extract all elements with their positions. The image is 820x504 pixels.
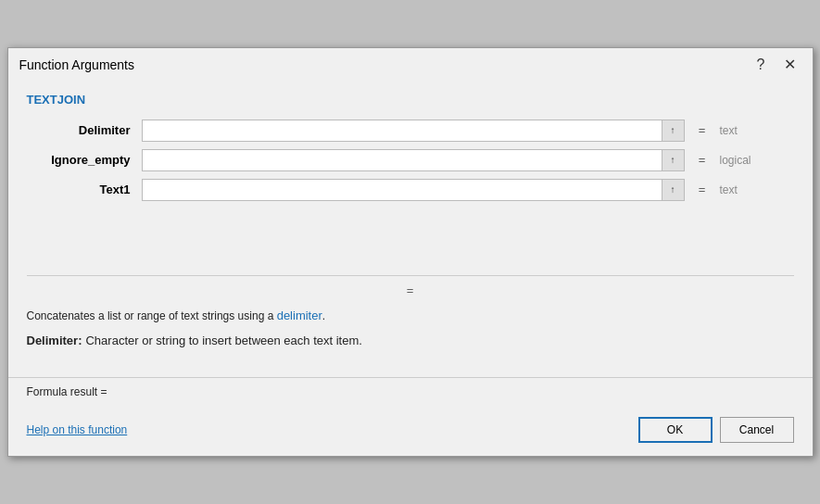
delimiter-input-wrap: ↑ <box>142 120 685 142</box>
title-bar: Function Arguments ? ✕ <box>8 48 813 80</box>
text1-equals: = <box>688 183 716 196</box>
cancel-button[interactable]: Cancel <box>720 417 794 443</box>
help-on-function-link[interactable]: Help on this function <box>27 423 128 436</box>
help-button[interactable]: ? <box>751 56 771 74</box>
text1-input[interactable] <box>143 180 662 200</box>
delimiter-input[interactable] <box>143 120 662 141</box>
text1-input-wrap: ↑ <box>142 179 685 201</box>
text1-result-type: text <box>720 183 794 196</box>
separator-1 <box>27 275 794 276</box>
delimiter-equals: = <box>688 123 716 137</box>
param-desc: Character or string to insert between ea… <box>85 334 361 347</box>
close-button[interactable]: ✕ <box>778 56 801 74</box>
delimiter-collapse-button[interactable]: ↑ <box>662 120 684 141</box>
function-arguments-dialog: Function Arguments ? ✕ TEXTJOIN Delimite… <box>7 47 814 458</box>
ignore-empty-result-type: logical <box>720 154 794 167</box>
ignore-empty-collapse-button[interactable]: ↑ <box>662 150 684 170</box>
delimiter-link[interactable]: delimiter <box>277 309 322 322</box>
footer-buttons: OK Cancel <box>638 417 794 443</box>
formula-result: Formula result = <box>27 385 794 398</box>
args-grid: Delimiter ↑ = text Ignore_empty ↑ = logi… <box>27 120 794 201</box>
dialog-footer: Help on this function OK Cancel <box>8 411 813 456</box>
dialog-title: Function Arguments <box>19 57 135 72</box>
ignore-empty-input[interactable] <box>143 150 662 170</box>
param-description: Delimiter: Character or string to insert… <box>27 334 794 347</box>
delimiter-result-type: text <box>720 124 794 137</box>
function-name: TEXTJOIN <box>27 93 794 107</box>
text1-collapse-button[interactable]: ↑ <box>662 180 684 200</box>
ok-button[interactable]: OK <box>638 417 713 443</box>
ignore-empty-equals: = <box>688 153 716 167</box>
bottom-separator <box>8 377 813 378</box>
text1-label: Text1 <box>27 183 138 196</box>
description-main: Concatenates a list or range of text str… <box>27 307 794 325</box>
spacer <box>27 210 794 266</box>
ignore-empty-label: Ignore_empty <box>27 153 138 167</box>
dialog-body: TEXTJOIN Delimiter ↑ = text Ignore_empty… <box>8 80 813 369</box>
title-bar-controls: ? ✕ <box>751 56 801 74</box>
ignore-empty-input-wrap: ↑ <box>142 149 685 171</box>
param-name: Delimiter: <box>27 334 82 347</box>
delimiter-label: Delimiter <box>27 123 138 137</box>
formula-result-line: = <box>27 284 794 297</box>
